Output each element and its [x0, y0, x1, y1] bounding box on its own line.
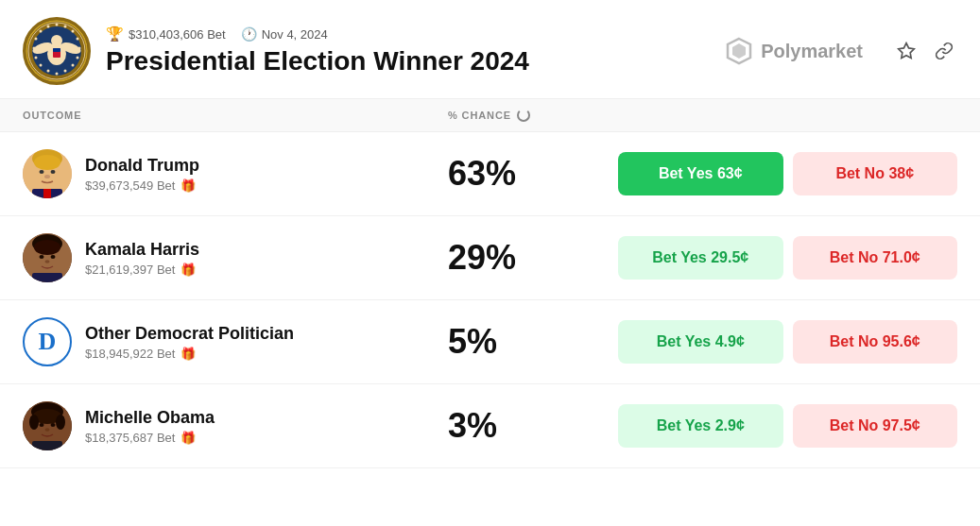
bet-actions-harris: Bet Yes 29.5¢ Bet No 71.0¢: [618, 236, 957, 280]
gift-icon-michelle: 🎁: [181, 431, 196, 445]
bet-yes-trump[interactable]: Bet Yes 63¢: [618, 152, 783, 195]
clock-icon: 🕐: [241, 26, 257, 42]
presidential-seal: [23, 17, 91, 85]
bet-amount-democrat: $18,945,922 Bet: [85, 347, 175, 361]
svg-point-16: [64, 70, 67, 73]
bet-amount-michelle: $18,375,687 Bet: [85, 431, 175, 445]
bet-no-michelle[interactable]: Bet No 97.5¢: [793, 404, 958, 448]
date-item: 🕐 Nov 4, 2024: [241, 26, 328, 42]
bet-info-michelle: $18,375,687 Bet 🎁: [85, 431, 215, 445]
svg-point-47: [56, 415, 65, 430]
bet-yes-harris[interactable]: Bet Yes 29.5¢: [618, 236, 783, 280]
svg-point-22: [35, 38, 38, 41]
chance-column-header: % CHANCE: [448, 109, 618, 122]
avatar-harris: [23, 233, 72, 282]
bet-actions-democrat: Bet Yes 4.9¢ Bet No 95.6¢: [618, 320, 957, 364]
outcome-text-michelle: Michelle Obama $18,375,687 Bet 🎁: [85, 408, 215, 445]
trophy-icon: 🏆: [106, 25, 124, 42]
svg-point-48: [40, 423, 44, 427]
svg-point-31: [40, 170, 44, 174]
candidate-name-democrat: Other Democrat Politician: [85, 324, 294, 344]
outcome-info-trump: Donald Trump $39,673,549 Bet 🎁: [23, 149, 448, 198]
bet-info-harris: $21,619,397 Bet 🎁: [85, 263, 199, 277]
header-meta: 🏆 $310,403,606 Bet 🕐 Nov 4, 2024: [106, 25, 710, 42]
svg-marker-26: [732, 43, 746, 59]
svg-rect-42: [32, 273, 62, 282]
svg-point-23: [40, 30, 43, 33]
table-row: D Other Democrat Politician $18,945,922 …: [0, 300, 980, 384]
svg-point-9: [56, 24, 59, 26]
polymarket-logo-icon: [725, 37, 753, 65]
svg-point-21: [33, 47, 36, 50]
page-title: Presidential Election Winner 2024: [106, 46, 710, 76]
svg-point-33: [44, 175, 50, 178]
bet-yes-democrat[interactable]: Bet Yes 4.9¢: [618, 320, 783, 364]
svg-point-40: [51, 255, 56, 259]
brand-section: Polymarket: [725, 37, 863, 65]
outcome-column-header: OUTCOME: [23, 110, 448, 121]
harris-avatar-image: [23, 233, 72, 282]
outcome-text-trump: Donald Trump $39,673,549 Bet 🎁: [85, 156, 199, 193]
bet-no-trump[interactable]: Bet No 38¢: [793, 152, 958, 195]
app-container: 🏆 $310,403,606 Bet 🕐 Nov 4, 2024 Preside…: [0, 0, 980, 468]
gift-icon-democrat: 🎁: [181, 347, 196, 361]
democrat-logo-letter: D: [39, 328, 57, 356]
bet-yes-michelle[interactable]: Bet Yes 2.9¢: [618, 404, 783, 448]
bet-info-trump: $39,673,549 Bet 🎁: [85, 178, 199, 193]
svg-point-11: [72, 30, 75, 33]
svg-marker-27: [899, 43, 915, 59]
table-row: Michelle Obama $18,375,687 Bet 🎁 3% Bet …: [0, 384, 980, 468]
svg-point-10: [64, 25, 67, 28]
header-info: 🏆 $310,403,606 Bet 🕐 Nov 4, 2024 Preside…: [106, 25, 710, 76]
svg-point-20: [35, 57, 38, 59]
table-row: Donald Trump $39,673,549 Bet 🎁 63% Bet Y…: [0, 132, 980, 216]
outcome-text-harris: Kamala Harris $21,619,397 Bet 🎁: [85, 240, 199, 277]
chance-pct-democrat: 5%: [448, 322, 618, 362]
page-header: 🏆 $310,403,606 Bet 🕐 Nov 4, 2024 Preside…: [0, 0, 980, 99]
header-actions: [893, 38, 957, 64]
share-button[interactable]: [931, 38, 957, 64]
svg-point-32: [51, 170, 56, 174]
svg-point-49: [51, 423, 56, 427]
svg-point-4: [51, 35, 62, 46]
outcome-info-democrat: D Other Democrat Politician $18,945,922 …: [23, 317, 448, 366]
bet-amount-trump: $39,673,549 Bet: [85, 178, 175, 193]
svg-point-12: [77, 38, 79, 41]
svg-point-41: [45, 260, 50, 263]
svg-point-18: [47, 70, 50, 73]
gift-icon-trump: 🎁: [181, 178, 196, 193]
candidate-name-trump: Donald Trump: [85, 156, 199, 176]
outcome-info-harris: Kamala Harris $21,619,397 Bet 🎁: [23, 233, 448, 282]
bookmark-button[interactable]: [893, 38, 920, 64]
chance-pct-trump: 63%: [448, 154, 618, 194]
candidate-name-michelle: Michelle Obama: [85, 408, 215, 428]
refresh-icon[interactable]: [517, 109, 530, 122]
chance-pct-michelle: 3%: [448, 406, 618, 446]
date-label: Nov 4, 2024: [262, 27, 328, 42]
svg-point-50: [45, 428, 50, 432]
bet-no-democrat[interactable]: Bet No 95.6¢: [793, 320, 958, 364]
svg-point-46: [29, 415, 39, 430]
svg-point-19: [40, 64, 43, 67]
gift-icon-harris: 🎁: [181, 263, 196, 277]
bet-no-harris[interactable]: Bet No 71.0¢: [793, 236, 958, 280]
avatar-democrat: D: [23, 317, 72, 366]
chance-pct-harris: 29%: [448, 238, 618, 278]
table-header: OUTCOME % CHANCE: [0, 99, 980, 132]
svg-point-39: [40, 255, 44, 259]
svg-point-15: [72, 64, 75, 67]
avatar-michelle: [23, 401, 72, 450]
avatar-trump: [23, 149, 72, 198]
svg-point-38: [34, 240, 60, 255]
bet-actions-michelle: Bet Yes 2.9¢ Bet No 97.5¢: [618, 404, 957, 448]
svg-point-14: [77, 57, 79, 59]
svg-point-13: [78, 47, 81, 50]
candidate-name-harris: Kamala Harris: [85, 240, 199, 260]
bet-amount-harris: $21,619,397 Bet: [85, 263, 175, 277]
outcome-text-democrat: Other Democrat Politician $18,945,922 Be…: [85, 324, 294, 361]
bet-total-item: 🏆 $310,403,606 Bet: [106, 25, 226, 42]
bet-info-democrat: $18,945,922 Bet 🎁: [85, 347, 294, 361]
trump-avatar-image: [23, 149, 72, 198]
bet-total-label: $310,403,606 Bet: [129, 27, 226, 42]
outcome-info-michelle: Michelle Obama $18,375,687 Bet 🎁: [23, 401, 448, 450]
